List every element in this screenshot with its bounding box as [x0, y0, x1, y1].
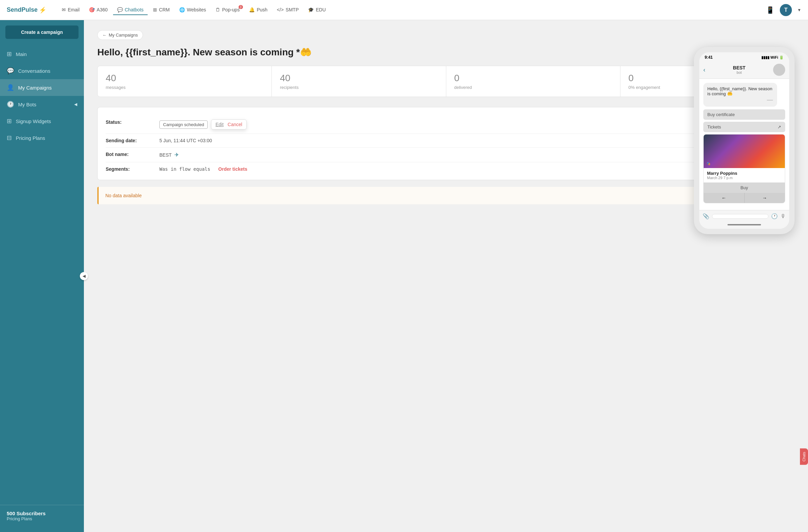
chat-btn-arrow-icon: ↗ — [777, 125, 781, 130]
no-data-box: No data available — [97, 187, 794, 204]
stat-recipients-number: 40 — [280, 73, 438, 83]
sending-date-row: Sending date: 5 Jun, 11:44 UTC +03:00 — [106, 134, 786, 148]
sidebar-item-signup-widgets[interactable]: ⊞ Signup Widgets — [0, 113, 84, 130]
details-section: Status: Campaign scheduled Edit Cancel S… — [97, 107, 794, 180]
pricing-plans-link[interactable]: Pricing Plans — [7, 516, 77, 521]
logo-text: SendPulse — [7, 6, 38, 14]
phone-input-bar: 📎 🕐 🎙 — [699, 210, 789, 222]
telegram-icon: ✈ — [175, 152, 179, 158]
card-nav-btns: ← → — [704, 193, 785, 203]
edit-button[interactable]: Edit — [216, 122, 223, 127]
bot-name-row: Bot name: BEST ✈ — [106, 148, 786, 163]
avatar[interactable]: T — [780, 4, 792, 16]
phone-avatar — [773, 64, 785, 76]
sidebar-item-label: Pricing Plans — [16, 135, 45, 141]
bots-icon: 🕐 — [7, 101, 14, 108]
nav-item-websites[interactable]: 🌐 Websites — [175, 5, 210, 15]
nav-item-smtp[interactable]: </> SMTP — [273, 5, 303, 15]
phone-bot-name: BEST — [709, 65, 770, 71]
chat-messages: Hello, {{first_name}}. New season is com… — [699, 79, 789, 210]
no-data-text: No data available — [105, 193, 142, 198]
segment-prefix: Was in flow equals — [159, 166, 210, 172]
phone-home-bar — [699, 222, 789, 229]
main-layout: Create a campaign ⊞ Main 💬 Conversations… — [0, 20, 808, 532]
phone-frame: 9:41 ▮▮▮▮ WiFi 🔋 ‹ BEST bot — [694, 47, 794, 234]
main-icon: ⊞ — [7, 50, 12, 58]
conversations-icon: 💬 — [7, 67, 14, 74]
sidebar-item-my-campaigns[interactable]: 👤 My Campaigns — [0, 79, 84, 96]
status-value: Campaign scheduled Edit Cancel — [159, 119, 786, 130]
card-buy-button[interactable]: Buy — [704, 183, 785, 193]
bot-name-text: BEST — [159, 152, 172, 158]
beta-badge: β — [239, 5, 243, 9]
nav-item-edu[interactable]: 🎓 EDU — [304, 5, 330, 15]
card-info: Marry Poppins March 29 7 p.m — [704, 168, 785, 183]
status-row: Status: Campaign scheduled Edit Cancel — [106, 115, 786, 134]
breadcrumb[interactable]: ← My Campaigns — [97, 30, 143, 40]
logo-icon: ⚡ — [39, 6, 46, 14]
phone-chat-header: ‹ BEST bot — [699, 61, 789, 79]
clock-icon[interactable]: 🕐 — [771, 213, 778, 220]
stat-delivered-number: 0 — [454, 73, 612, 83]
sidebar-item-main[interactable]: ⊞ Main — [0, 45, 84, 62]
nav-item-email[interactable]: ✉ Email — [58, 5, 84, 15]
nav-item-push[interactable]: 🔔 Push — [245, 5, 272, 15]
stat-delivered-label: delivered — [454, 85, 612, 90]
cancel-button[interactable]: Cancel — [227, 122, 242, 127]
main-content: ← My Campaigns Hello, {{first_name}}. Ne… — [84, 20, 808, 532]
sidebar-item-label: Main — [16, 51, 27, 57]
phone-input-field[interactable] — [712, 214, 768, 219]
phone-back-icon[interactable]: ‹ — [703, 66, 705, 74]
nav-item-crm[interactable]: ⊞ CRM — [149, 5, 174, 15]
nav-item-popups[interactable]: 🗒 Pop-ups β — [212, 5, 244, 15]
breadcrumb-label: My Campaigns — [109, 33, 138, 38]
collapse-sidebar-button[interactable]: ◀ — [80, 272, 88, 280]
chat-btn-tickets[interactable]: Tickets ↗ — [703, 122, 785, 132]
chat-image: 🎭 — [704, 134, 785, 168]
segment-link[interactable]: Order tickets — [218, 166, 247, 172]
status-badge: Campaign scheduled — [159, 120, 208, 129]
chats-fab[interactable]: Chats — [800, 449, 808, 465]
nav-right: 📱 T ▼ — [766, 4, 801, 16]
sidebar-item-label: My Bots — [18, 102, 36, 107]
card-nav-left-button[interactable]: ← — [704, 193, 745, 203]
campaigns-icon: 👤 — [7, 84, 14, 91]
sidebar-item-pricing-plans[interactable]: ⊟ Pricing Plans — [0, 130, 84, 146]
stat-recipients: 40 recipients — [272, 66, 446, 97]
subscribers-count: 500 Subscribers — [7, 511, 77, 516]
sidebar-item-label: Conversations — [18, 68, 50, 74]
mic-icon[interactable]: 🎙 — [781, 213, 786, 220]
segments-label: Segments: — [106, 166, 153, 172]
phone-header-center: BEST bot — [709, 65, 770, 74]
nav-item-a360[interactable]: 🎯 A360 — [85, 5, 112, 15]
phone-time: 9:41 — [705, 55, 713, 60]
segments-value: Was in flow equals Order tickets — [159, 166, 786, 172]
nav-item-chatbots[interactable]: 💬 Chatbots — [113, 5, 148, 15]
bot-name-value: BEST ✈ — [159, 152, 786, 158]
stat-delivered: 0 delivered — [446, 66, 621, 97]
card-title: Marry Poppins — [707, 171, 782, 176]
status-label: Status: — [106, 119, 153, 125]
chat-dash: — — [707, 96, 773, 103]
stat-messages: 40 messages — [98, 66, 272, 97]
sending-date-label: Sending date: — [106, 138, 153, 143]
phone-home-indicator — [728, 224, 761, 225]
top-nav: SendPulse⚡ ✉ Email 🎯 A360 💬 Chatbots ⊞ C… — [0, 0, 808, 20]
bot-name-container: BEST ✈ — [159, 152, 179, 158]
create-campaign-button[interactable]: Create a campaign — [5, 25, 78, 39]
sidebar: Create a campaign ⊞ Main 💬 Conversations… — [0, 20, 84, 532]
mobile-icon[interactable]: 📱 — [766, 6, 774, 14]
page-title: Hello, {{first_name}}. New season is com… — [97, 46, 794, 58]
chat-btn-tickets-label: Tickets — [707, 125, 721, 130]
action-dropdown: Edit Cancel — [211, 119, 246, 130]
card-nav-right-button[interactable]: → — [745, 193, 785, 203]
sending-date-value: 5 Jun, 11:44 UTC +03:00 — [159, 138, 786, 143]
chat-btn-certificate[interactable]: Buy certificate — [703, 109, 785, 120]
chat-message-text: Hello, {{first_name}}. New season is com… — [707, 86, 772, 96]
avatar-dropdown[interactable]: ▼ — [797, 8, 801, 13]
chat-btn-certificate-label: Buy certificate — [707, 112, 735, 117]
attachment-icon[interactable]: 📎 — [703, 213, 709, 220]
sidebar-item-conversations[interactable]: 💬 Conversations — [0, 62, 84, 79]
sidebar-item-my-bots[interactable]: 🕐 My Bots ◀ — [0, 96, 84, 113]
bot-name-label: Bot name: — [106, 152, 153, 157]
